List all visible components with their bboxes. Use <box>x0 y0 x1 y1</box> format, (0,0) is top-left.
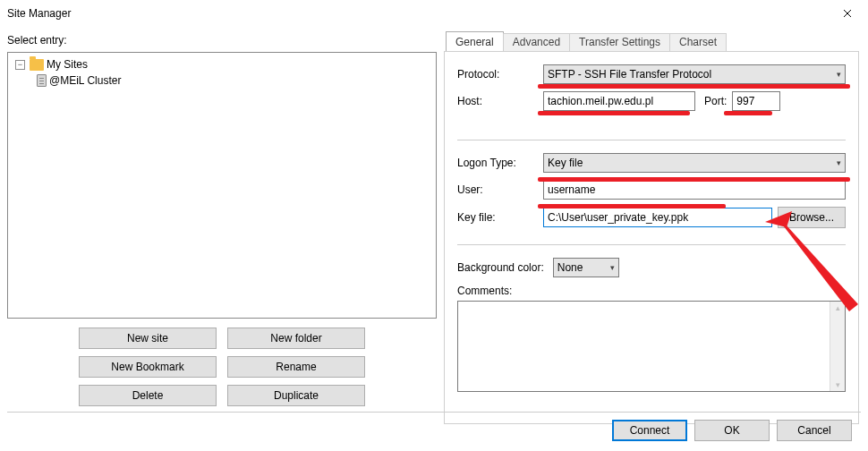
host-label: Host: <box>457 95 538 107</box>
keyfile-input[interactable]: C:\User\user_private_key.ppk <box>543 208 772 227</box>
duplicate-button[interactable]: Duplicate <box>227 385 365 406</box>
annotation-underline <box>538 84 850 89</box>
delete-button[interactable]: Delete <box>79 385 217 406</box>
tree-item-label: @MEiL Cluster <box>49 74 121 87</box>
tab-panel: Protocol: SFTP - SSH File Transfer Proto… <box>444 51 859 424</box>
server-icon <box>37 74 47 87</box>
tab-general[interactable]: General <box>446 31 504 52</box>
chevron-down-icon: ▾ <box>605 263 615 272</box>
port-label: Port: <box>704 95 727 107</box>
host-input[interactable]: tachion.meil.pw.edu.pl <box>543 91 695 111</box>
annotation-underline <box>538 177 850 182</box>
background-color-value: None <box>557 261 583 274</box>
chevron-down-icon: ▾ <box>831 70 841 79</box>
dialog-button-bar: Connect OK Cancel <box>7 412 861 447</box>
scroll-up-icon: ▴ <box>836 303 840 312</box>
port-input[interactable]: 997 <box>732 91 780 111</box>
protocol-select[interactable]: SFTP - SSH File Transfer Protocol ▾ <box>543 64 846 84</box>
protocol-value: SFTP - SSH File Transfer Protocol <box>548 68 711 81</box>
keyfile-label: Key file: <box>457 211 538 224</box>
port-value: 997 <box>736 95 754 107</box>
close-button[interactable] <box>827 0 868 27</box>
tab-advanced[interactable]: Advanced <box>503 33 570 52</box>
tab-strip: General Advanced Transfer Settings Chars… <box>444 31 859 52</box>
comments-label: Comments: <box>457 285 846 297</box>
background-color-label: Background color: <box>457 261 544 274</box>
annotation-underline <box>538 111 690 115</box>
logon-type-select[interactable]: Key file ▾ <box>543 153 846 173</box>
background-color-select[interactable]: None ▾ <box>553 258 619 277</box>
tree-root-label: My Sites <box>47 58 88 71</box>
logon-type-label: Logon Type: <box>457 157 538 169</box>
protocol-label: Protocol: <box>457 68 538 81</box>
new-folder-button[interactable]: New folder <box>227 328 365 349</box>
tab-transfer[interactable]: Transfer Settings <box>569 33 670 52</box>
annotation-underline <box>538 204 726 208</box>
user-value: username <box>548 183 595 196</box>
site-tree[interactable]: − My Sites @MEiL Cluster <box>7 52 437 319</box>
scrollbar[interactable]: ▴ ▾ <box>830 302 845 391</box>
user-input[interactable]: username <box>543 180 846 200</box>
expander-icon[interactable]: − <box>15 60 25 70</box>
new-site-button[interactable]: New site <box>79 328 217 349</box>
logon-type-value: Key file <box>548 157 583 169</box>
chevron-down-icon: ▾ <box>831 158 841 167</box>
annotation-underline <box>724 111 772 115</box>
rename-button[interactable]: Rename <box>227 356 365 378</box>
cancel-button[interactable]: Cancel <box>777 420 852 441</box>
user-label: User: <box>457 183 538 196</box>
browse-button[interactable]: Browse... <box>778 207 846 228</box>
tab-charset[interactable]: Charset <box>669 33 727 52</box>
window-title: Site Manager <box>7 7 827 20</box>
connect-button[interactable]: Connect <box>612 420 687 441</box>
tree-root[interactable]: − My Sites <box>12 56 432 72</box>
title-bar: Site Manager <box>0 0 868 27</box>
select-entry-label: Select entry: <box>7 30 437 52</box>
scroll-down-icon: ▾ <box>836 380 840 389</box>
new-bookmark-button[interactable]: New Bookmark <box>79 356 217 378</box>
tree-item-site[interactable]: @MEiL Cluster <box>12 72 432 89</box>
comments-textarea[interactable]: ▴ ▾ <box>457 301 846 392</box>
keyfile-value: C:\User\user_private_key.ppk <box>548 211 688 224</box>
close-icon <box>843 9 852 18</box>
host-value: tachion.meil.pw.edu.pl <box>548 95 653 107</box>
folder-icon <box>30 59 44 71</box>
ok-button[interactable]: OK <box>694 420 770 441</box>
